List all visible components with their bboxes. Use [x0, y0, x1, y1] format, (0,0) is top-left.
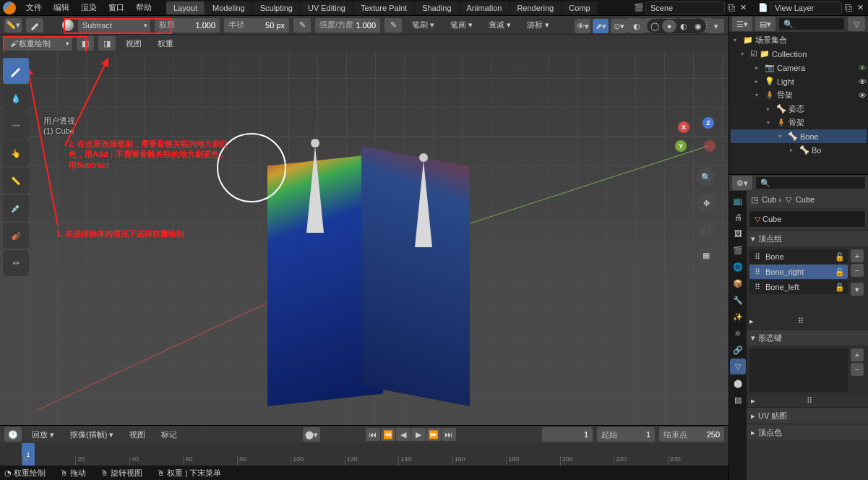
- tab-animation[interactable]: Animation: [460, 1, 510, 14]
- cursor-menu[interactable]: 游标 ▾: [521, 17, 555, 33]
- shading-options-icon[interactable]: ▾: [708, 19, 724, 33]
- vgroup-item[interactable]: ⠿Bone🔓: [749, 249, 848, 264]
- prev-key-icon[interactable]: ⏪: [381, 428, 395, 441]
- tab-texpaint[interactable]: Texture Paint: [353, 1, 414, 14]
- brush-menu[interactable]: 笔刷 ▾: [406, 17, 440, 33]
- timeline-track[interactable]: 1 020406080100120140160180200220240: [0, 443, 729, 466]
- marker-menu[interactable]: 标记: [155, 427, 183, 442]
- playback-menu[interactable]: 回放 ▾: [26, 427, 60, 442]
- strength-pressure-icon[interactable]: ✎: [384, 18, 402, 33]
- ptab-texture-icon[interactable]: ▨: [730, 392, 746, 408]
- vcolors-header[interactable]: ▸顶点色: [747, 424, 868, 440]
- overlay-toggle-icon[interactable]: ⊙▾: [611, 19, 627, 33]
- ptab-output-icon[interactable]: 🖨: [730, 209, 746, 225]
- tree-armature[interactable]: ▾🧍骨架👁: [731, 88, 867, 102]
- ptab-material-icon[interactable]: ⬤: [730, 375, 746, 391]
- menu-help[interactable]: 帮助: [130, 0, 158, 15]
- tab-rendering[interactable]: Rendering: [510, 1, 561, 14]
- rendered-shading-icon[interactable]: ◉: [691, 20, 705, 33]
- outliner-display-icon[interactable]: ▤▾: [755, 17, 775, 31]
- uvmaps-header[interactable]: ▸UV 贴图: [747, 408, 868, 424]
- timeline-editor-type-icon[interactable]: 🕐: [4, 427, 22, 442]
- start-frame-field[interactable]: 起始1: [597, 427, 655, 442]
- play-icon[interactable]: ▶: [411, 428, 426, 441]
- view-menu[interactable]: 视图: [120, 36, 147, 51]
- outliner-search-input[interactable]: 🔍: [778, 17, 845, 30]
- tree-pose[interactable]: ▸🦴姿态: [731, 102, 867, 116]
- tab-shading[interactable]: Shading: [415, 1, 458, 14]
- keying-menu[interactable]: 抠像(插帧) ▾: [64, 427, 119, 442]
- vgroup-menu-icon[interactable]: ▾: [851, 283, 864, 296]
- select-visible-icon[interactable]: 👁▾: [575, 19, 590, 33]
- xray-toggle-icon[interactable]: ◐: [629, 19, 645, 33]
- wireframe-shading-icon[interactable]: ◯: [648, 20, 662, 33]
- tab-sculpting[interactable]: Sculpting: [253, 1, 300, 14]
- gizmo-toggle-icon[interactable]: ⬈▾: [593, 19, 609, 33]
- ptab-world-icon[interactable]: 🌐: [730, 259, 746, 275]
- tree-bone[interactable]: ▾🦴Bone: [731, 129, 867, 143]
- solid-shading-icon[interactable]: ●: [662, 20, 676, 33]
- jump-end-icon[interactable]: ⏭: [442, 428, 456, 441]
- mask-face-icon[interactable]: ◨: [98, 36, 116, 51]
- brush-tool-icon[interactable]: [26, 18, 43, 33]
- vgroup-item[interactable]: ⠿Bone_right🔓: [749, 265, 848, 279]
- close2-icon[interactable]: ✕: [855, 3, 865, 13]
- tl-view-menu[interactable]: 视图: [124, 427, 151, 442]
- close-icon[interactable]: ✕: [738, 3, 748, 13]
- menu-render[interactable]: 渲染: [75, 0, 103, 15]
- menu-window[interactable]: 窗口: [103, 0, 130, 15]
- ptab-physics-icon[interactable]: ⚛: [730, 325, 746, 341]
- menu-file[interactable]: 文件: [20, 0, 48, 15]
- move-view-icon[interactable]: ✥: [697, 194, 716, 213]
- cube-mesh[interactable]: [267, 146, 470, 421]
- viewlayer-field[interactable]: View Layer: [770, 1, 842, 14]
- scene-name-field[interactable]: Scene: [645, 1, 725, 14]
- ptab-render-icon[interactable]: 📺: [730, 192, 746, 208]
- ptab-particle-icon[interactable]: ✨: [730, 309, 746, 325]
- tree-scene-collection[interactable]: ▾📁场景集合: [731, 33, 867, 47]
- outliner-type-icon[interactable]: ☰▾: [732, 17, 752, 31]
- ptab-scene-icon[interactable]: 🎬: [730, 242, 746, 258]
- ptab-object-icon[interactable]: 📦: [730, 275, 746, 291]
- annotate-tool-button[interactable]: ✏: [3, 250, 29, 276]
- gizmo-z[interactable]: Z: [702, 117, 714, 129]
- ptab-modifier-icon[interactable]: 🔧: [730, 292, 746, 308]
- ptab-constraint-icon[interactable]: 🔗: [730, 342, 746, 358]
- tree-bone-child[interactable]: ▸🦴Bo: [731, 143, 867, 157]
- autokey-icon[interactable]: ⬤▾: [303, 427, 320, 442]
- vgroup-remove-icon[interactable]: −: [851, 264, 864, 277]
- copy2-icon[interactable]: ⿻: [843, 3, 854, 13]
- radius-pressure-icon[interactable]: ✎: [293, 18, 311, 33]
- tab-layout[interactable]: Layout: [166, 1, 205, 14]
- play-rev-icon[interactable]: ◀: [396, 428, 411, 441]
- shapekeys-header[interactable]: ▾形态键: [747, 330, 868, 346]
- weight-menu[interactable]: 权重: [152, 36, 179, 51]
- draw-tool-button[interactable]: [3, 58, 29, 84]
- next-key-icon[interactable]: ⏩: [426, 428, 441, 441]
- gradient-tool-button[interactable]: 📏: [3, 168, 29, 194]
- camera-view-icon[interactable]: 🎥: [697, 220, 716, 239]
- vertex-tool-button[interactable]: 🎻: [3, 223, 29, 249]
- gizmo-neg-x[interactable]: [704, 140, 716, 152]
- perspective-toggle-icon[interactable]: ▦: [697, 246, 716, 265]
- blur-tool-button[interactable]: 💧: [3, 85, 29, 111]
- bone-right[interactable]: [412, 153, 434, 254]
- interaction-mode-icon[interactable]: ✏️▾: [4, 18, 22, 33]
- tab-modeling[interactable]: Modeling: [205, 1, 252, 14]
- jump-start-icon[interactable]: ⏮: [366, 428, 380, 441]
- copy-icon[interactable]: ⿻: [726, 3, 736, 13]
- bone-left[interactable]: [304, 139, 325, 240]
- shapekey-remove-icon[interactable]: −: [851, 363, 864, 376]
- tab-compositing[interactable]: Comp: [562, 1, 597, 14]
- outliner-filter-icon[interactable]: ▽: [848, 17, 865, 31]
- smear-tool-button[interactable]: 👆: [3, 140, 29, 166]
- average-tool-button[interactable]: 〰: [3, 113, 29, 139]
- tab-uv[interactable]: UV Editing: [301, 1, 353, 14]
- tree-collection[interactable]: ▾☑📁Collection: [731, 47, 867, 61]
- sample-tool-button[interactable]: 💉: [3, 195, 29, 221]
- tree-light[interactable]: ▸💡Light👁: [731, 74, 867, 88]
- stroke-menu[interactable]: 笔画 ▾: [444, 17, 478, 33]
- gizmo-x[interactable]: X: [678, 121, 689, 133]
- menu-edit[interactable]: 编辑: [48, 0, 75, 15]
- current-frame-field[interactable]: 1: [542, 427, 593, 442]
